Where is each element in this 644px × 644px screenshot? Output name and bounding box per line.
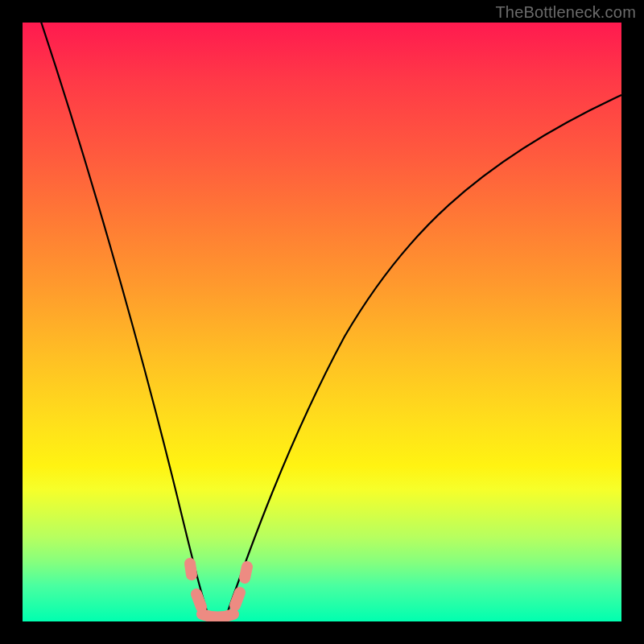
min-marker-right-low (235, 592, 240, 605)
curve-layer (23, 23, 621, 621)
min-marker-left (190, 564, 192, 575)
min-marker-trough (202, 614, 233, 617)
min-marker-left-low (196, 594, 201, 607)
chart-frame: TheBottleneck.com (0, 0, 644, 644)
curve-right-arm (225, 95, 621, 618)
curve-left-arm (39, 23, 209, 618)
watermark-text: TheBottleneck.com (495, 3, 636, 22)
min-marker-right (245, 567, 247, 578)
plot-area (23, 23, 621, 621)
